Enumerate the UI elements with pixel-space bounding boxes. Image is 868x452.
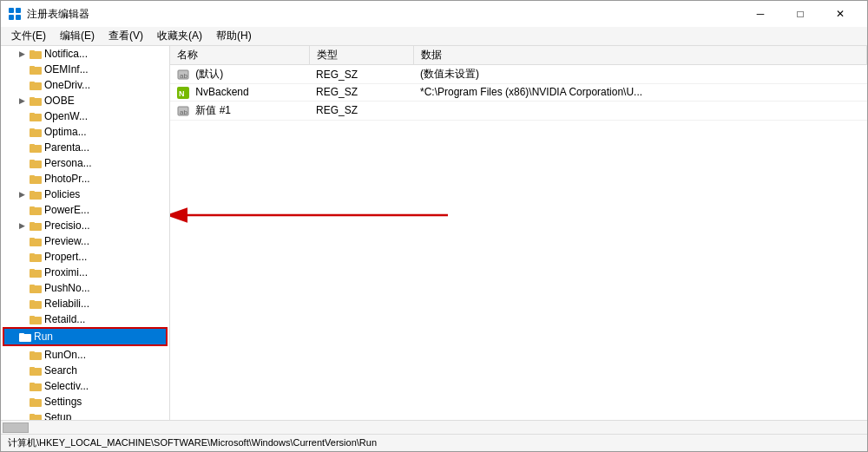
maximize-button[interactable]: □ bbox=[780, 1, 820, 27]
folder-icon bbox=[29, 95, 43, 107]
table-row[interactable]: ab 新值 #1 REG_SZ bbox=[170, 101, 867, 120]
svg-rect-21 bbox=[30, 175, 35, 177]
svg-rect-38 bbox=[30, 317, 42, 324]
svg-rect-19 bbox=[30, 160, 35, 161]
registry-editor-window: 注册表编辑器 ─ □ ✕ 文件(E) 编辑(E) 查看(V) 收藏夹(A) 帮助… bbox=[0, 0, 868, 452]
tree-item-oeminf[interactable]: OEMInf... bbox=[15, 62, 169, 77]
registry-values-panel: 名称 类型 数据 ab (默认) REG_SZ (数值未设置) bbox=[170, 46, 867, 121]
tree-item-oobe[interactable]: ▶ OOBE bbox=[15, 93, 169, 108]
tree-label: Setup bbox=[44, 411, 71, 420]
tree-item-optima[interactable]: Optima... bbox=[15, 124, 169, 140]
svg-rect-2 bbox=[9, 15, 14, 20]
tree-label: OEMInf... bbox=[44, 63, 89, 75]
tree-item-pushno[interactable]: PushNo... bbox=[15, 280, 169, 296]
folder-icon bbox=[29, 79, 43, 91]
tree-label: Parenta... bbox=[44, 141, 89, 154]
folder-icon bbox=[29, 188, 43, 200]
tree-item-settings[interactable]: Settings bbox=[15, 394, 169, 409]
expand-icon bbox=[15, 394, 29, 409]
table-row[interactable]: ab (默认) REG_SZ (数值未设置) bbox=[170, 65, 867, 84]
cell-type: REG_SZ bbox=[309, 101, 413, 120]
folder-icon bbox=[29, 380, 43, 392]
tree-label: Settings bbox=[44, 396, 82, 408]
expand-icon bbox=[15, 378, 29, 394]
svg-rect-14 bbox=[30, 129, 42, 137]
menu-view[interactable]: 查看(V) bbox=[102, 27, 150, 45]
svg-rect-49 bbox=[30, 398, 35, 400]
tree-label: Policies bbox=[44, 188, 80, 200]
tree-item-runon[interactable]: RunOn... bbox=[15, 347, 169, 363]
folder-icon bbox=[29, 219, 43, 232]
expand-icon bbox=[15, 296, 29, 311]
expand-icon bbox=[15, 62, 29, 77]
tree-item-precisio[interactable]: ▶ Precisio... bbox=[15, 218, 169, 233]
tree-panel: ▶ Notifica... OEMInf... OneDriv... bbox=[1, 46, 170, 420]
svg-rect-42 bbox=[30, 352, 42, 360]
content-area: ▶ Notifica... OEMInf... OneDriv... bbox=[1, 46, 867, 420]
folder-icon bbox=[29, 364, 43, 377]
svg-rect-40 bbox=[19, 334, 31, 342]
nvidia-icon: N bbox=[177, 87, 189, 99]
tree-item-persona[interactable]: Persona... bbox=[15, 155, 169, 171]
tree-item-search[interactable]: Search bbox=[15, 363, 169, 378]
tree-item-openw[interactable]: OpenW... bbox=[15, 108, 169, 124]
right-section: 名称 类型 数据 ab (默认) REG_SZ (数值未设置) bbox=[170, 46, 867, 420]
expand-icon bbox=[15, 202, 29, 218]
close-button[interactable]: ✕ bbox=[820, 1, 860, 27]
expand-icon bbox=[15, 171, 29, 187]
svg-rect-41 bbox=[19, 333, 24, 335]
tree-label: PhotoPr... bbox=[44, 173, 90, 185]
status-bar: 计算机\HKEY_LOCAL_MACHINE\SOFTWARE\Microsof… bbox=[1, 434, 867, 451]
tree-item-selectiv[interactable]: Selectiv... bbox=[15, 378, 169, 394]
svg-rect-22 bbox=[30, 192, 42, 200]
svg-rect-20 bbox=[30, 176, 42, 184]
svg-rect-45 bbox=[30, 367, 35, 369]
svg-rect-7 bbox=[30, 66, 35, 68]
folder-icon bbox=[29, 411, 43, 420]
tree-item-setup[interactable]: Setup bbox=[15, 409, 169, 420]
tree-label: PushNo... bbox=[44, 282, 90, 294]
menu-edit[interactable]: 编辑(E) bbox=[53, 27, 102, 45]
expand-icon bbox=[15, 280, 29, 296]
cell-name: ab 新值 #1 bbox=[170, 101, 309, 120]
svg-rect-51 bbox=[30, 414, 35, 416]
window-title: 注册表编辑器 bbox=[27, 7, 89, 22]
horizontal-scrollbar[interactable] bbox=[1, 420, 867, 434]
folder-icon bbox=[29, 110, 43, 122]
tree-item-powere[interactable]: PowerE... bbox=[15, 202, 169, 218]
minimize-button[interactable]: ─ bbox=[740, 1, 780, 27]
svg-rect-17 bbox=[30, 144, 35, 146]
tree-item-retaild[interactable]: Retaild... bbox=[15, 311, 169, 327]
tree-item-run[interactable]: Run bbox=[4, 329, 166, 344]
svg-rect-4 bbox=[30, 51, 42, 59]
menu-help[interactable]: 帮助(H) bbox=[209, 27, 259, 45]
tree-label: OneDriv... bbox=[44, 79, 90, 91]
folder-icon bbox=[29, 349, 43, 361]
svg-rect-3 bbox=[16, 15, 21, 20]
tree-label: OpenW... bbox=[44, 110, 88, 122]
tree-item-propert[interactable]: Propert... bbox=[15, 249, 169, 265]
tree-item-reliabili[interactable]: Reliabili... bbox=[15, 296, 169, 311]
menu-file[interactable]: 文件(E) bbox=[4, 27, 53, 45]
tree-item-proximi[interactable]: Proximi... bbox=[15, 265, 169, 280]
tree-item-preview[interactable]: Preview... bbox=[15, 233, 169, 249]
folder-icon bbox=[18, 331, 32, 343]
svg-rect-23 bbox=[30, 191, 35, 193]
folder-icon bbox=[29, 141, 43, 154]
svg-rect-1 bbox=[16, 8, 21, 13]
folder-icon bbox=[29, 204, 43, 216]
tree-item-parenta[interactable]: Parenta... bbox=[15, 140, 169, 155]
svg-rect-35 bbox=[30, 285, 35, 286]
expand-icon bbox=[15, 409, 29, 420]
table-row[interactable]: N NvBackend REG_SZ *C:\Program Files (x8… bbox=[170, 84, 867, 102]
tree-item-policies[interactable]: ▶ Policies bbox=[15, 187, 169, 202]
folder-icon bbox=[29, 396, 43, 408]
registry-table: 名称 类型 数据 ab (默认) REG_SZ (数值未设置) bbox=[170, 46, 867, 121]
run-highlight-box: Run bbox=[3, 327, 168, 346]
tree-item-onedriv[interactable]: OneDriv... bbox=[15, 77, 169, 93]
tree-item-notifica[interactable]: ▶ Notifica... bbox=[15, 46, 169, 62]
tree-item-photopr[interactable]: PhotoPr... bbox=[15, 171, 169, 187]
scrollbar-thumb[interactable] bbox=[3, 423, 29, 433]
expand-icon bbox=[15, 108, 29, 124]
menu-favorites[interactable]: 收藏夹(A) bbox=[150, 27, 209, 45]
